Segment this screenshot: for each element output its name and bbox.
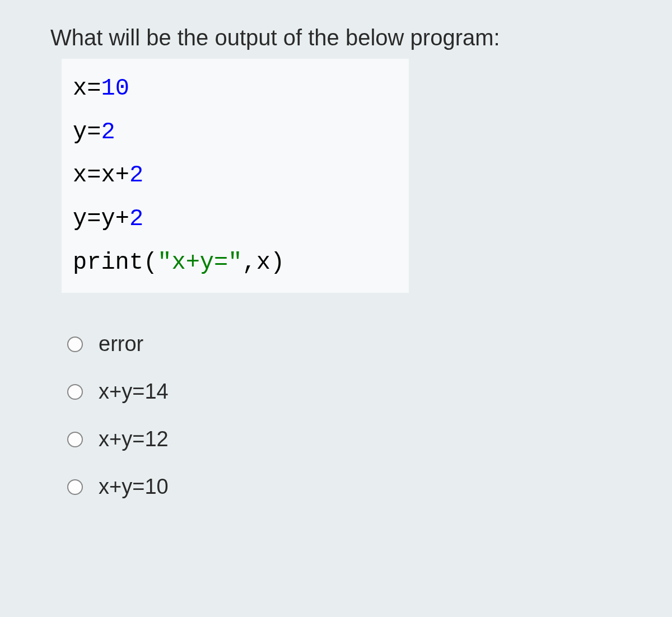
radio-option-2[interactable] (67, 432, 83, 447)
option-row-3: x+y=10 (67, 475, 622, 499)
option-label-1: x+y=14 (99, 380, 169, 404)
code-block: x=10 y=2 x=x+2 y=y+2 print("x+y=",x) (62, 59, 409, 293)
options-group: error x+y=14 x+y=12 x+y=10 (67, 332, 622, 499)
code-line-4: y=y+2 (73, 198, 398, 241)
option-row-0: error (67, 332, 622, 356)
radio-option-0[interactable] (67, 336, 83, 352)
code-line-1: x=10 (73, 67, 398, 111)
option-row-2: x+y=12 (67, 427, 622, 451)
radio-option-1[interactable] (67, 384, 83, 400)
option-label-0: error (99, 332, 143, 356)
question-container: What will be the output of the below pro… (28, 17, 644, 531)
code-line-2: y=2 (73, 111, 398, 155)
option-row-1: x+y=14 (67, 380, 622, 404)
code-line-5: print("x+y=",x) (73, 241, 398, 285)
radio-option-3[interactable] (67, 479, 83, 495)
option-label-2: x+y=12 (99, 427, 169, 451)
question-text: What will be the output of the below pro… (50, 25, 622, 50)
code-line-3: x=x+2 (73, 154, 398, 198)
option-label-3: x+y=10 (99, 475, 169, 499)
